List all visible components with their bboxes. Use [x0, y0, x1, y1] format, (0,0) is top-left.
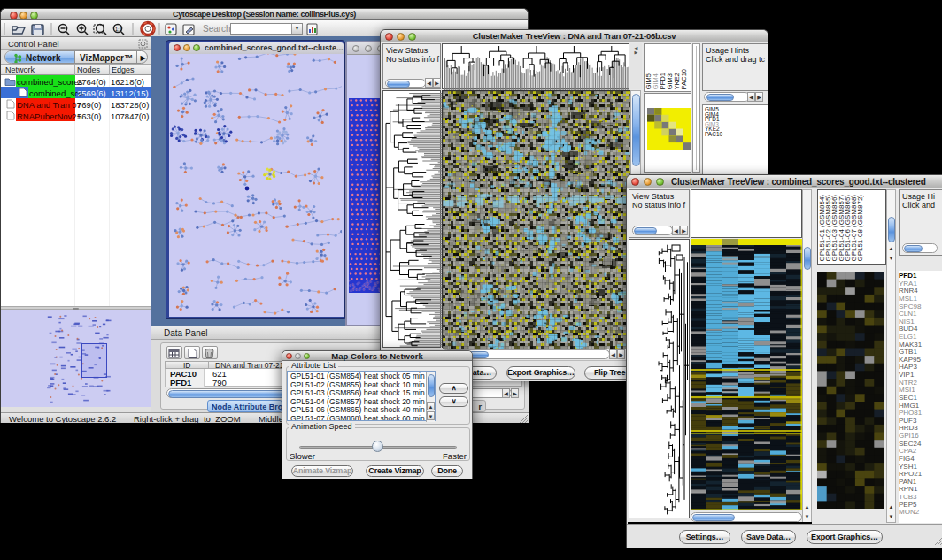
- svg-text:1:1: 1:1: [115, 27, 122, 32]
- svg-text:Search:: Search:: [203, 24, 233, 34]
